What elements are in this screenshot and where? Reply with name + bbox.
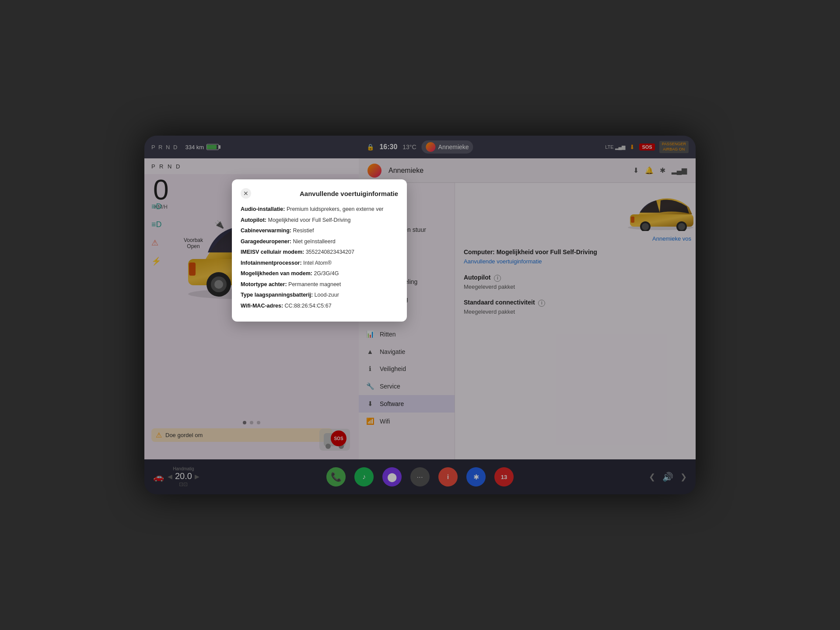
modal-row-7: Motortype achter: Permanente magneet [241, 281, 398, 289]
modal-overlay: ✕ Aanvullende voertuiginformatie Audio-i… [144, 136, 696, 494]
modal-value-3: Niet geïnstalleerd [293, 238, 335, 245]
modal-title: Aanvullende voertuiginformatie [300, 190, 398, 197]
modal-label-9: Wifi-MAC-adres: [241, 303, 285, 309]
modal-row-0: Audio-installatie: Premium luidsprekers,… [241, 206, 398, 214]
modal-label-6: Mogelijkheden van modem: [241, 270, 314, 276]
modal-value-7: Permanente magneet [288, 281, 341, 287]
modal-value-2: Resistief [293, 228, 314, 234]
modal-label-0: Audio-installatie: [241, 206, 287, 212]
modal-row-6: Mogelijkheden van modem: 2G/3G/4G [241, 270, 398, 278]
modal-row-3: Garagedeuropener: Niet geïnstalleerd [241, 238, 398, 246]
modal-value-0: Premium luidsprekers, geen externe ver [287, 206, 384, 212]
modal-value-1: Mogelijkheid voor Full Self-Driving [268, 217, 350, 223]
modal-value-9: CC:88:26:54:C5:67 [285, 303, 332, 309]
screen-container: P R N D 334 km 🔒 16:30 13°C Annemieke LT… [144, 136, 696, 494]
modal-value-8: Lood-zuur [315, 292, 339, 298]
modal-box: ✕ Aanvullende voertuiginformatie Audio-i… [232, 179, 407, 322]
modal-label-8: Type laagspanningsbatterij: [241, 292, 315, 298]
modal-label-3: Garagedeuropener: [241, 238, 293, 245]
modal-row-9: Wifi-MAC-adres: CC:88:26:54:C5:67 [241, 302, 398, 310]
modal-row-1: Autopilot: Mogelijkheid voor Full Self-D… [241, 217, 398, 224]
modal-row-2: Cabineverwarming: Resistief [241, 227, 398, 235]
modal-label-5: Infotainmentprocessor: [241, 260, 303, 266]
modal-label-2: Cabineverwarming: [241, 228, 293, 234]
modal-value-6: 2G/3G/4G [314, 270, 339, 276]
modal-value-4: 3552240823434207 [306, 249, 354, 255]
modal-label-7: Motortype achter: [241, 281, 288, 287]
modal-row-8: Type laagspanningsbatterij: Lood-zuur [241, 291, 398, 299]
modal-close-button[interactable]: ✕ [241, 188, 251, 199]
modal-row-5: Infotainmentprocessor: Intel Atom® [241, 259, 398, 267]
modal-row-4: IMEISV cellulair modem: 3552240823434207 [241, 248, 398, 256]
modal-label-4: IMEISV cellulair modem: [241, 249, 306, 255]
modal-header: ✕ Aanvullende voertuiginformatie [241, 188, 398, 199]
modal-value-5: Intel Atom® [303, 260, 332, 266]
modal-label-1: Autopilot: [241, 217, 268, 223]
